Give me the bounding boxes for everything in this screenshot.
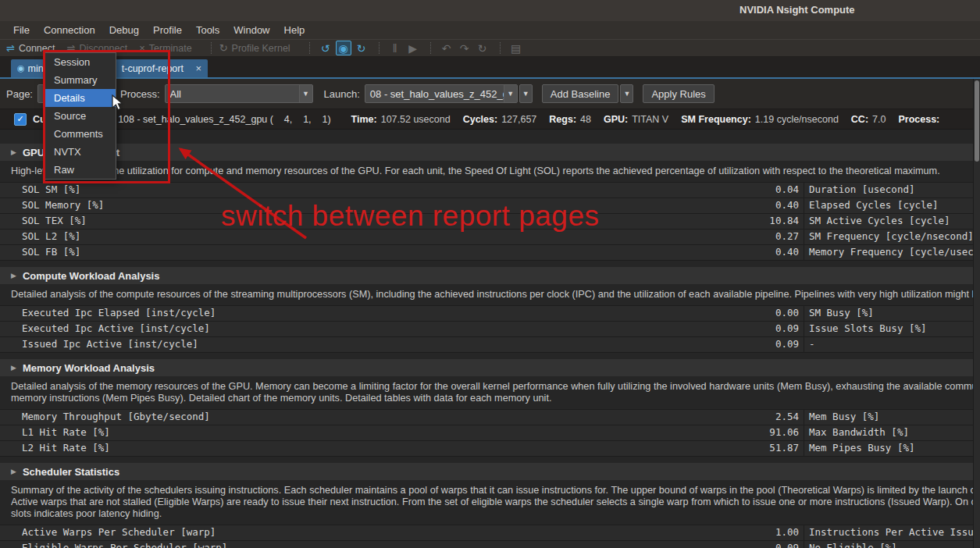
- metric-value: 10.84: [664, 214, 799, 228]
- panel-icon[interactable]: ▤: [508, 41, 524, 55]
- table-row[interactable]: SOL TEX [%] 10.84 SM Active Cycles [cycl…: [0, 214, 973, 230]
- scrollbar-thumb[interactable]: [975, 80, 979, 162]
- menubar-item-connection[interactable]: Connection: [37, 23, 102, 37]
- metric2-name: Duration [usecond]: [809, 183, 914, 197]
- launch-dropdown-button[interactable]: ▼: [519, 84, 533, 103]
- metric-value: 0.40: [664, 198, 799, 212]
- current-kernel-checkbox[interactable]: ✓: [14, 113, 27, 126]
- expand-triangle-icon[interactable]: ▶: [11, 468, 16, 475]
- expand-triangle-icon[interactable]: ▶: [11, 148, 16, 156]
- toolbar-separator: [309, 42, 311, 54]
- page-controls-bar: Page: Details ▼ Process: All ▼ Launch: 0…: [0, 79, 980, 109]
- metric2-name: SM Active Cycles [cycle]: [809, 214, 950, 228]
- page-menu-item-raw[interactable]: Raw: [45, 161, 116, 179]
- table-row[interactable]: Executed Ipc Elapsed [inst/cycle] 0.00 S…: [0, 306, 973, 322]
- description-line: Detailed analysis of the compute resourc…: [11, 289, 973, 301]
- window-title: NVIDIA Nsight Compute: [739, 4, 855, 16]
- table-row[interactable]: SOL FB [%] 0.40 Memory Frequency [cycle/…: [0, 245, 973, 261]
- metric-name: Executed Ipc Elapsed [inst/cycle]: [22, 306, 216, 320]
- menubar-item-profile[interactable]: Profile: [146, 23, 189, 37]
- metric-value: 1.00: [664, 525, 799, 539]
- section-header[interactable]: ▶ Compute Workload Analysis: [0, 267, 973, 284]
- table-row[interactable]: L2 Hit Rate [%] 51.87 Mem Pipes Busy [%]: [0, 441, 973, 457]
- pause-icon[interactable]: ‖: [387, 41, 403, 55]
- metrics-table: Active Warps Per Scheduler [warp] 1.00 I…: [0, 525, 973, 548]
- table-row[interactable]: Memory Throughput [Gbyte/second] 2.54 Me…: [0, 410, 973, 425]
- toolbar-separator: [430, 42, 432, 54]
- section-header[interactable]: ▶ Memory Workload Analysis: [0, 359, 973, 376]
- resume-icon[interactable]: ▶: [405, 41, 421, 55]
- expand-triangle-icon[interactable]: ▶: [11, 272, 16, 279]
- table-row[interactable]: Issued Ipc Active [inst/cycle] 0.09 -: [0, 337, 973, 353]
- page-menu-item-summary[interactable]: Summary: [45, 71, 116, 89]
- launch-select[interactable]: 08 - set_halo_values_z_452_gpu ▼: [365, 84, 518, 103]
- table-row[interactable]: Active Warps Per Scheduler [warp] 1.00 I…: [0, 525, 973, 541]
- report-section: ▶ Compute Workload Analysis Detailed ana…: [0, 267, 973, 353]
- process-select[interactable]: All ▼: [165, 84, 313, 103]
- metric-name: L1 Hit Rate [%]: [22, 425, 110, 439]
- metric2-name: Mem Pipes Busy [%]: [809, 441, 914, 455]
- metric2-name: Mem Busy [%]: [809, 410, 879, 424]
- metric-value: 0.09: [664, 541, 799, 548]
- add-baseline-dropdown-button[interactable]: ▼: [620, 84, 633, 103]
- menubar-item-debug[interactable]: Debug: [102, 23, 146, 37]
- metric-value: 0.09: [664, 322, 799, 336]
- report-area: ▶ GPU Speed Of Light High-level overview…: [0, 130, 973, 548]
- section-description: Detailed analysis of the compute resourc…: [11, 289, 973, 301]
- report-section: ▶ Scheduler Statistics Summary of the ac…: [0, 463, 973, 548]
- table-row[interactable]: SOL L2 [%] 0.27 SM Frequency [cycle/nsec…: [0, 230, 973, 245]
- kernel-stat-value: 107.52 usecond: [381, 114, 451, 125]
- page-menu-item-nvtx[interactable]: NVTX: [45, 143, 116, 161]
- step-forward-icon[interactable]: ↷: [457, 41, 472, 55]
- metric-value: 0.09: [664, 337, 799, 351]
- toolbar-separator: [500, 42, 501, 54]
- kernel-stat-label: Process:: [898, 114, 939, 125]
- metric-name: SOL Memory [%]: [22, 198, 104, 212]
- metric-value: 0.40: [664, 245, 799, 259]
- section-header[interactable]: ▶ Scheduler Statistics: [0, 463, 973, 480]
- page-menu-item-comments[interactable]: Comments: [45, 125, 116, 143]
- launch-select-value: 08 - set_halo_values_z_452_gpu: [365, 88, 504, 100]
- profile-kernel-label: Profile Kernel: [232, 43, 290, 54]
- metric2-name: -: [809, 337, 815, 351]
- apply-rules-button[interactable]: Apply Rules: [643, 84, 714, 103]
- table-row[interactable]: Executed Ipc Active [inst/cycle] 0.09 Is…: [0, 322, 973, 337]
- metrics-table: SOL SM [%] 0.04 Duration [usecond] SOL M…: [0, 182, 973, 261]
- metric2-name: No Eligible [%]: [809, 541, 897, 548]
- profile-kernel-button[interactable]: ↻ Profile Kernel: [219, 43, 290, 54]
- description-line: High-level overview of the utilization f…: [11, 165, 973, 177]
- menubar-item-tools[interactable]: Tools: [189, 23, 226, 37]
- menubar-item-file[interactable]: File: [6, 23, 37, 37]
- table-row[interactable]: L1 Hit Rate [%] 91.06 Max Bandwidth [%]: [0, 425, 973, 441]
- profile-auto-icon[interactable]: ↺: [318, 41, 333, 55]
- terminate-label: Terminate: [149, 43, 192, 54]
- metric2-name: Memory Frequency [cycle/usecond]: [809, 245, 973, 259]
- metric2-name: SM Busy [%]: [809, 306, 874, 320]
- menubar-item-window[interactable]: Window: [226, 23, 276, 37]
- window-titlebar[interactable]: NVIDIA Nsight Compute: [0, 0, 980, 21]
- table-row[interactable]: Eligible Warps Per Scheduler [warp] 0.09…: [0, 541, 973, 548]
- kernel-stat-value: TITAN V: [632, 114, 668, 125]
- tab-close-icon[interactable]: ×: [195, 62, 201, 74]
- metric-value: 91.06: [664, 425, 799, 439]
- step-over-icon[interactable]: ↻: [475, 41, 490, 55]
- metric2-name: Elapsed Cycles [cycle]: [809, 198, 939, 212]
- metric-name: Memory Throughput [Gbyte/second]: [22, 410, 210, 424]
- terminate-button[interactable]: × Terminate: [139, 43, 191, 54]
- page-menu-item-source[interactable]: Source: [45, 107, 116, 125]
- step-back-icon[interactable]: ↶: [439, 41, 454, 55]
- profile-interactive-icon[interactable]: ◉: [336, 41, 351, 55]
- menubar-item-help[interactable]: Help: [277, 23, 312, 37]
- page-menu-item-details[interactable]: Details: [45, 89, 116, 107]
- connect-icon: ⇌: [6, 43, 15, 53]
- vertical-scrollbar[interactable]: [973, 79, 980, 548]
- table-row[interactable]: SOL SM [%] 0.04 Duration [usecond]: [0, 183, 973, 198]
- kernel-stat-label: Regs:: [549, 114, 576, 125]
- section-header[interactable]: ▶ GPU Speed Of Light: [0, 144, 973, 161]
- page-menu-item-session[interactable]: Session: [45, 53, 116, 71]
- profile-replay-icon[interactable]: ↻: [354, 41, 369, 55]
- table-row[interactable]: SOL Memory [%] 0.40 Elapsed Cycles [cycl…: [0, 198, 973, 214]
- metric2-name: SM Frequency [cycle/nsecond]: [809, 230, 973, 244]
- add-baseline-button[interactable]: Add Baseline: [542, 84, 619, 103]
- expand-triangle-icon[interactable]: ▶: [11, 364, 16, 372]
